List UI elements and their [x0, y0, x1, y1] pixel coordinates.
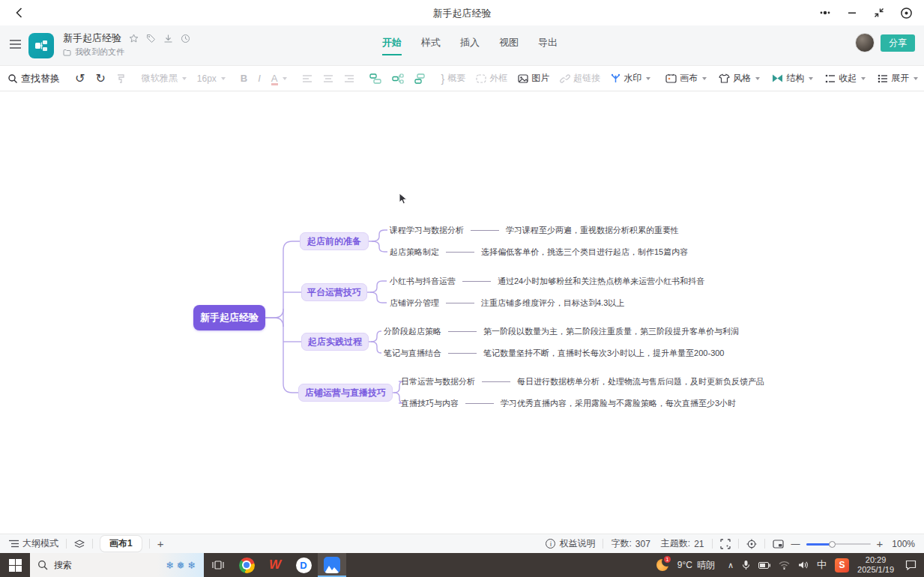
frame-button[interactable]: 外框	[476, 72, 507, 85]
watermark-button[interactable]: 水印	[611, 72, 650, 85]
minimize-icon[interactable]	[845, 5, 860, 20]
notification-center-icon[interactable]	[905, 560, 917, 570]
subtopic-detail[interactable]: 笔记数量坚持不断，直播时长每次3小时以上，提升单量至200-300	[483, 348, 725, 359]
wifi-icon[interactable]	[779, 561, 790, 570]
summary-button[interactable]: }概要	[441, 72, 466, 85]
microphone-icon[interactable]	[742, 560, 750, 570]
history-icon[interactable]	[181, 34, 190, 43]
align-left-icon[interactable]	[302, 74, 312, 83]
mindmap-root-node[interactable]: 新手起店经验	[193, 305, 265, 330]
subtopic-detail[interactable]: 学习课程至少两遍，重视数据分析积累的重要性	[506, 225, 679, 236]
subtopic-label[interactable]: 小红书与抖音运营	[390, 276, 456, 287]
style-menu-button[interactable]: 风格	[719, 72, 760, 85]
subtopic-detail[interactable]: 注重店铺多维度评分，目标达到4.3以上	[481, 297, 624, 309]
minimap-icon[interactable]	[773, 540, 784, 549]
rights-info-button[interactable]: i 权益说明	[546, 537, 595, 550]
favorite-star-icon[interactable]	[129, 34, 139, 43]
subtopic-label[interactable]: 日常运营与数据分析	[401, 376, 475, 387]
find-replace-button[interactable]: 查找替换	[7, 72, 60, 85]
subtopic-label[interactable]: 店铺评分管理	[390, 297, 439, 309]
weather-desc[interactable]: 晴朗	[697, 559, 715, 572]
align-right-icon[interactable]	[344, 74, 354, 83]
mindmap-canvas[interactable]: 新手起店经验 起店前的准备 平台运营技巧 起店实践过程 店铺运营与直播技巧 课程…	[0, 91, 924, 534]
mindmap-app-icon[interactable]	[318, 553, 346, 577]
chrome-icon[interactable]	[232, 553, 261, 577]
tab-view[interactable]: 视图	[499, 36, 519, 55]
more-options-icon[interactable]	[818, 5, 833, 20]
tray-expand-icon[interactable]: ∧	[728, 561, 734, 570]
add-canvas-button[interactable]: +	[157, 537, 164, 550]
outline-mode-button[interactable]: 大纲模式	[9, 537, 58, 550]
font-color-button[interactable]: A	[271, 73, 287, 84]
tag-icon[interactable]	[146, 34, 156, 43]
mindmap-branch-node[interactable]: 平台运营技巧	[301, 283, 367, 301]
expand-menu-button[interactable]: 展开	[878, 72, 918, 85]
mindmap-branch-node[interactable]: 起店实践过程	[301, 333, 369, 351]
locate-center-icon[interactable]	[746, 539, 757, 549]
insert-sibling-topic-icon[interactable]	[369, 73, 381, 84]
tab-start[interactable]: 开始	[382, 36, 402, 55]
taskbar-search-input[interactable]: 搜索 ❄ ❅ ❄	[30, 553, 204, 577]
mindmap-subtopic-row[interactable]: 日常运营与数据分析 每日进行数据榜单分析，处理物流与售后问题，及时更新负反馈产品	[401, 375, 764, 387]
fit-screen-icon[interactable]	[720, 539, 731, 549]
restore-window-icon[interactable]	[872, 5, 887, 20]
mindmap-subtopic-row[interactable]: 分阶段起店策略 第一阶段以数量为主，第二阶段注重质量，第三阶段提升客单价与利润	[384, 325, 739, 337]
tab-export[interactable]: 导出	[538, 36, 558, 55]
subtopic-label[interactable]: 起店策略制定	[390, 247, 439, 258]
mindmap-branch-node[interactable]: 起店前的准备	[300, 232, 369, 250]
zoom-slider-knob[interactable]	[829, 541, 836, 548]
hyperlink-button[interactable]: 超链接	[560, 72, 600, 85]
collapse-menu-button[interactable]: 收起	[825, 72, 866, 85]
wps-icon[interactable]: W	[261, 553, 289, 577]
user-avatar[interactable]	[855, 33, 875, 52]
bold-button[interactable]: B	[241, 73, 247, 84]
mindmap-subtopic-row[interactable]: 课程学习与数据分析 学习课程至少两遍，重视数据分析积累的重要性	[390, 224, 679, 236]
insert-child-topic-icon[interactable]	[392, 73, 404, 84]
mindmap-subtopic-row[interactable]: 起店策略制定 选择偏低客单价，挑选三个类目进行起店，制作15篇内容	[390, 246, 688, 258]
start-button[interactable]	[0, 553, 30, 577]
align-center-icon[interactable]	[323, 74, 333, 83]
share-button[interactable]: 分享	[881, 34, 915, 52]
mindmap-branch-node[interactable]: 店铺运营与直播技巧	[298, 384, 393, 402]
mindmap-subtopic-row[interactable]: 笔记与直播结合 笔记数量坚持不断，直播时长每次3小时以上，提升单量至200-30…	[384, 347, 725, 359]
mindmap-subtopic-row[interactable]: 店铺评分管理 注重店铺多维度评分，目标达到4.3以上	[390, 297, 624, 309]
font-family-select[interactable]: 微软雅黑	[142, 72, 187, 85]
zoom-slider[interactable]	[806, 540, 871, 548]
zoom-in-button[interactable]: +	[877, 537, 884, 550]
taskbar-clock[interactable]: 20:29 2025/1/19	[857, 555, 894, 575]
canvas-menu-button[interactable]: 画布	[665, 72, 707, 85]
subtopic-detail[interactable]: 第一阶段以数量为主，第二阶段注重质量，第三阶段提升客单价与利润	[483, 326, 739, 337]
download-icon[interactable]	[163, 34, 173, 43]
document-title[interactable]: 新手起店经验	[63, 31, 121, 45]
subtopic-detail[interactable]: 通过24小时加够粉丝和关注热点榜单来运营小红书和抖音	[498, 276, 704, 287]
weather-icon[interactable]: 1	[656, 558, 669, 572]
weather-widget-snowflakes[interactable]: ❄ ❅ ❄	[157, 553, 204, 577]
sogou-input-icon[interactable]: S	[835, 558, 849, 573]
tab-insert[interactable]: 插入	[460, 36, 480, 55]
subtopic-detail[interactable]: 每日进行数据榜单分析，处理物流与售后问题，及时更新负反馈产品	[517, 376, 764, 387]
menu-icon[interactable]	[9, 39, 22, 49]
italic-button[interactable]: I	[258, 73, 261, 84]
canvas-tab[interactable]: 画布1	[100, 536, 142, 552]
subtopic-label[interactable]: 课程学习与数据分析	[390, 225, 464, 236]
ime-indicator[interactable]: 中	[817, 558, 827, 572]
battery-icon[interactable]	[758, 562, 770, 569]
insert-parent-topic-icon[interactable]	[414, 73, 426, 84]
image-button[interactable]: 图片	[518, 72, 549, 85]
zoom-out-button[interactable]: —	[791, 539, 800, 549]
mindmap-subtopic-row[interactable]: 小红书与抖音运营 通过24小时加够粉丝和关注热点榜单来运营小红书和抖音	[390, 275, 704, 287]
undo-icon[interactable]: ↺	[75, 73, 85, 85]
folder-label[interactable]: 我收到的文件	[75, 46, 124, 58]
subtopic-label[interactable]: 笔记与直播结合	[384, 348, 441, 359]
speaker-icon[interactable]	[798, 561, 809, 570]
font-size-select[interactable]: 16px	[197, 73, 226, 84]
subtopic-detail[interactable]: 学习优秀直播内容，采用露脸与不露脸策略，每次直播至少3小时	[501, 398, 736, 409]
structure-menu-button[interactable]: 结构	[772, 72, 813, 85]
subtopic-detail[interactable]: 选择偏低客单价，挑选三个类目进行起店，制作15篇内容	[481, 247, 688, 258]
subtopic-label[interactable]: 分阶段起店策略	[384, 326, 441, 337]
weather-temp[interactable]: 9°C	[677, 560, 692, 570]
mindmap-subtopic-row[interactable]: 直播技巧与内容 学习优秀直播内容，采用露脸与不露脸策略，每次直播至少3小时	[401, 397, 736, 409]
tab-style[interactable]: 样式	[421, 36, 441, 55]
redo-icon[interactable]: ↻	[95, 73, 105, 85]
task-view-button[interactable]	[204, 553, 232, 577]
